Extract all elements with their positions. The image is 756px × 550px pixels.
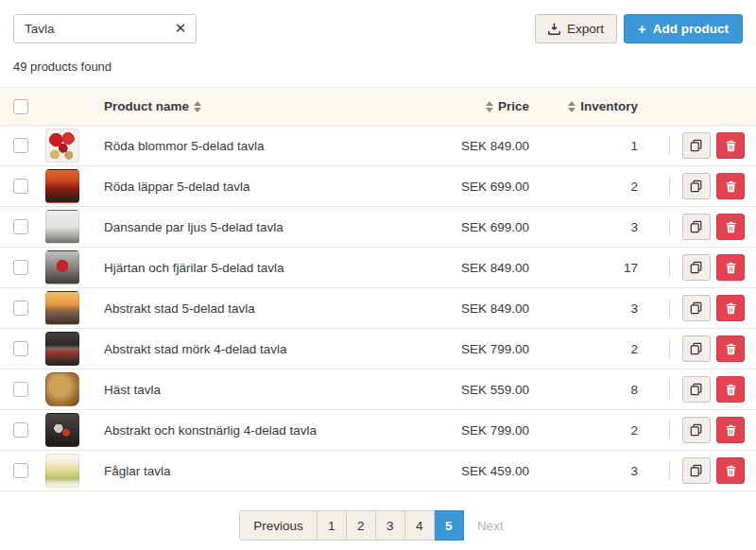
duplicate-product-button[interactable]	[682, 173, 711, 199]
delete-product-button[interactable]	[716, 376, 745, 403]
export-button[interactable]: Export	[535, 14, 617, 43]
duplicate-product-button[interactable]	[682, 132, 711, 159]
clear-search-icon[interactable]: ✕	[172, 20, 189, 37]
product-table: Product name Price Inventory Röda blommo…	[0, 87, 756, 491]
search-container: ✕	[13, 14, 197, 43]
thumb-cell	[45, 250, 104, 284]
product-name-cell: Abstrakt och konstnärlig 4-delad tavla	[104, 423, 387, 438]
product-thumbnail	[45, 413, 79, 447]
export-label: Export	[567, 22, 604, 36]
table-row: Röda läppar 5-delad tavla SEK 699.00 2	[0, 166, 756, 207]
thumb-cell	[45, 291, 104, 325]
duplicate-product-button[interactable]	[682, 417, 711, 443]
price-cell: SEK 799.00	[387, 342, 529, 356]
thumb-cell	[45, 129, 104, 163]
pagination: Previous 1 2 3 4 5 Next	[0, 510, 756, 541]
row-checkbox-cell	[0, 301, 45, 316]
duplicate-product-button[interactable]	[682, 335, 711, 362]
row-actions	[638, 335, 756, 362]
table-row: Dansande par ljus 5-delad tavla SEK 699.…	[0, 207, 756, 248]
row-checkbox[interactable]	[13, 219, 28, 234]
price-cell: SEK 849.00	[387, 139, 529, 153]
product-price: SEK 849.00	[461, 261, 529, 275]
price-header[interactable]: Price	[387, 99, 529, 113]
product-name: Hjärtan och fjärilar 5-delad tavla	[104, 261, 284, 275]
duplicate-product-button[interactable]	[682, 254, 711, 281]
select-all-cell	[0, 99, 45, 114]
product-name-cell: Häst tavla	[104, 383, 387, 397]
product-price: SEK 459.00	[461, 464, 529, 478]
table-header-row: Product name Price Inventory	[0, 88, 756, 126]
row-checkbox[interactable]	[13, 301, 28, 316]
price-cell: SEK 699.00	[387, 180, 529, 194]
row-checkbox[interactable]	[13, 422, 28, 438]
table-row: Abstrakt stad mörk 4-delad tavla SEK 799…	[0, 329, 756, 370]
product-price: SEK 849.00	[461, 301, 529, 316]
delete-product-button[interactable]	[716, 254, 745, 281]
row-checkbox[interactable]	[13, 260, 28, 275]
row-checkbox[interactable]	[13, 138, 28, 153]
actions-divider	[669, 380, 670, 399]
table-row: Abstrakt och konstnärlig 4-delad tavla S…	[0, 410, 756, 451]
row-checkbox[interactable]	[13, 179, 28, 194]
product-name-cell: Abstrakt stad 5-delad tavla	[104, 301, 387, 316]
product-thumbnail	[45, 291, 79, 325]
product-price: SEK 699.00	[461, 180, 529, 194]
product-name: Abstrakt stad 5-delad tavla	[104, 301, 255, 316]
duplicate-product-button[interactable]	[682, 376, 711, 403]
add-product-button[interactable]: + Add product	[624, 14, 743, 43]
delete-product-button[interactable]	[716, 173, 745, 199]
row-actions	[638, 417, 756, 443]
pagination-next[interactable]: Next	[464, 510, 517, 541]
row-checkbox-cell	[0, 463, 45, 478]
product-name-cell: Fåglar tavla	[104, 464, 387, 478]
product-name-header[interactable]: Product name	[104, 99, 387, 113]
product-price: SEK 849.00	[461, 139, 529, 153]
duplicate-product-button[interactable]	[682, 214, 711, 240]
product-inventory: 3	[630, 220, 638, 234]
product-inventory: 2	[630, 342, 638, 356]
thumb-cell	[45, 454, 104, 488]
product-name: Abstrakt och konstnärlig 4-delad tavla	[104, 423, 317, 438]
delete-product-button[interactable]	[716, 417, 745, 443]
delete-product-button[interactable]	[716, 457, 745, 484]
actions-divider	[669, 258, 670, 277]
sort-icon	[568, 101, 576, 112]
inventory-header[interactable]: Inventory	[529, 99, 638, 113]
row-checkbox-cell	[0, 260, 45, 275]
delete-product-button[interactable]	[716, 214, 745, 240]
row-checkbox-cell	[0, 382, 45, 397]
search-input[interactable]	[13, 14, 197, 43]
pagination-page-3[interactable]: 3	[376, 510, 405, 541]
sort-icon	[194, 101, 201, 112]
delete-product-button[interactable]	[716, 132, 745, 159]
pagination-page-5-active[interactable]: 5	[435, 510, 464, 541]
delete-product-button[interactable]	[716, 295, 745, 321]
product-inventory: 17	[624, 261, 638, 275]
inventory-cell: 3	[529, 301, 638, 316]
product-thumbnail	[45, 454, 79, 488]
row-checkbox[interactable]	[13, 341, 28, 356]
row-checkbox[interactable]	[13, 463, 28, 478]
row-actions	[638, 132, 756, 159]
thumb-cell	[45, 372, 104, 406]
row-checkbox-cell	[0, 341, 45, 356]
thumb-cell	[45, 413, 104, 447]
product-name-cell: Dansande par ljus 5-delad tavla	[104, 220, 387, 234]
inventory-cell: 8	[529, 383, 638, 397]
pagination-page-1[interactable]: 1	[318, 510, 347, 541]
product-price: SEK 799.00	[461, 423, 529, 438]
product-name-cell: Hjärtan och fjärilar 5-delad tavla	[104, 261, 387, 275]
inventory-cell: 17	[529, 261, 638, 275]
pagination-previous[interactable]: Previous	[239, 510, 318, 541]
select-all-checkbox[interactable]	[13, 99, 28, 114]
duplicate-product-button[interactable]	[682, 457, 711, 484]
row-checkbox[interactable]	[13, 382, 28, 397]
pagination-page-2[interactable]: 2	[347, 510, 376, 541]
product-name: Dansande par ljus 5-delad tavla	[104, 220, 284, 234]
duplicate-product-button[interactable]	[682, 295, 711, 321]
pagination-page-4[interactable]: 4	[405, 510, 435, 541]
price-cell: SEK 849.00	[387, 261, 529, 275]
price-cell: SEK 559.00	[387, 383, 529, 397]
delete-product-button[interactable]	[716, 335, 745, 362]
